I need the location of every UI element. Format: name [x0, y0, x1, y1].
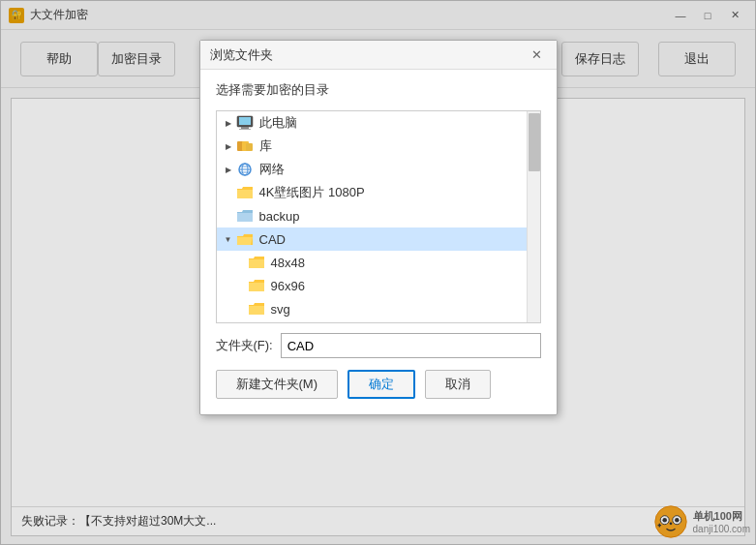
cancel-button[interactable]: 取消: [425, 370, 491, 399]
app-window: 🔐 大文件加密 — □ ✕ 帮助 加密目录 保存日志 退出 失败记录：【不支持对…: [0, 0, 756, 545]
lib-icon: [236, 138, 254, 154]
tree-item-wallpaper[interactable]: ▶ 4K壁纸图片 1080P: [217, 181, 527, 204]
browse-folder-dialog: 浏览文件夹 ✕ 选择需要加密的目录 ▶: [199, 40, 558, 415]
tree-scrollbar[interactable]: [527, 111, 540, 322]
tree-item-cad[interactable]: ▼ CAD: [217, 227, 527, 251]
tree-item-lib[interactable]: ▶ 库: [217, 135, 527, 158]
wallpaper-folder-icon: [236, 185, 254, 200]
tree-expand-pc[interactable]: ▶: [221, 115, 236, 131]
folder-svg-icon: [248, 301, 265, 317]
tree-label-pc: 此电脑: [259, 114, 297, 132]
backup-icon: [236, 208, 254, 224]
tree-item-48x48[interactable]: ▶ 48x48: [217, 251, 527, 274]
cad-folder-icon: [236, 231, 254, 247]
tree-item-96x96[interactable]: ▶ 96x96: [217, 274, 527, 297]
net-icon: [236, 162, 254, 177]
dialog-buttons: 新建文件夹(M) 确定 取消: [216, 370, 541, 403]
tree-label-wallpaper: 4K壁纸图片 1080P: [259, 184, 365, 201]
new-folder-button[interactable]: 新建文件夹(M): [216, 370, 339, 399]
tree-label-lib: 库: [259, 137, 272, 155]
folder-input-label: 文件夹(F):: [216, 337, 273, 354]
svg-rect-10: [241, 127, 249, 129]
tree-label-net: 网络: [259, 161, 285, 178]
folder-tree[interactable]: ▶ 此电脑 ▶: [216, 110, 541, 323]
tree-label-backup: backup: [259, 209, 300, 224]
folder-input[interactable]: [281, 333, 541, 358]
tree-expand-net[interactable]: ▶: [221, 162, 236, 177]
tree-expand-cad[interactable]: ▼: [221, 231, 236, 247]
dialog-body: 选择需要加密的目录 ▶: [200, 70, 557, 414]
dialog-title: 浏览文件夹: [210, 46, 273, 64]
tree-label-96x96: 96x96: [271, 279, 305, 293]
dialog-overlay: 浏览文件夹 ✕ 选择需要加密的目录 ▶: [1, 1, 755, 544]
tree-item-newfolder[interactable]: ▶ 新建文件夹: [217, 320, 527, 323]
folder-input-row: 文件夹(F):: [216, 333, 541, 358]
dialog-close-button[interactable]: ✕: [528, 45, 547, 65]
folder-96x96-icon: [248, 278, 265, 293]
dialog-subtitle: 选择需要加密的目录: [216, 81, 541, 99]
tree-label-svg: svg: [271, 302, 290, 317]
svg-rect-9: [239, 117, 251, 125]
svg-rect-14: [246, 143, 253, 151]
ok-button[interactable]: 确定: [348, 370, 415, 399]
pc-icon: [236, 115, 254, 131]
svg-rect-11: [239, 129, 251, 130]
dialog-titlebar: 浏览文件夹 ✕: [200, 41, 557, 70]
tree-item-backup[interactable]: ▶ backup: [217, 204, 527, 227]
scrollbar-thumb[interactable]: [529, 113, 540, 171]
folder-48x48-icon: [248, 255, 265, 270]
tree-item-svg[interactable]: ▶ svg: [217, 297, 527, 320]
tree-label-48x48: 48x48: [271, 256, 305, 270]
tree-item-pc[interactable]: ▶ 此电脑: [217, 111, 527, 135]
tree-label-cad: CAD: [259, 232, 286, 247]
tree-expand-lib[interactable]: ▶: [221, 138, 236, 154]
tree-item-net[interactable]: ▶ 网络: [217, 158, 527, 181]
